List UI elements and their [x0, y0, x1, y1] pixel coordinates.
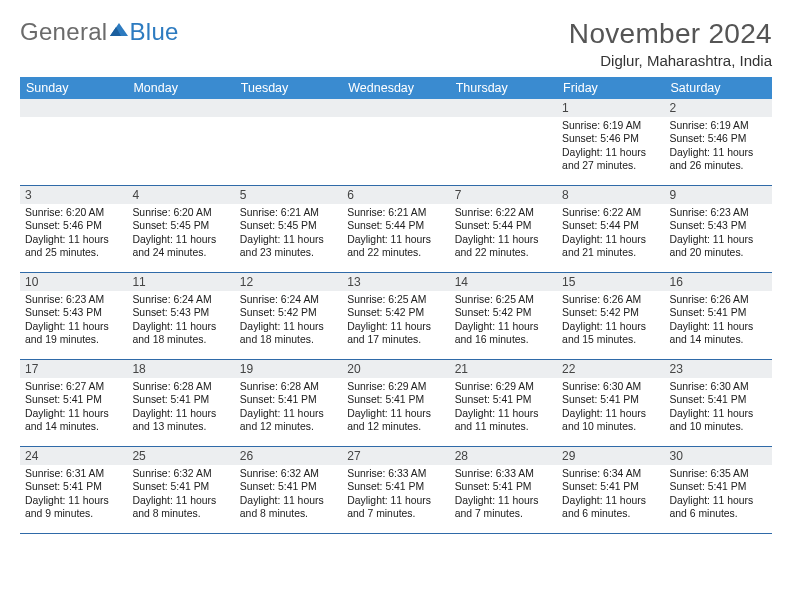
calendar-day-cell: 13Sunrise: 6:25 AMSunset: 5:42 PMDayligh…: [342, 273, 449, 360]
weekday-header: Thursday: [450, 77, 557, 99]
calendar-day-cell: 2Sunrise: 6:19 AMSunset: 5:46 PMDaylight…: [665, 99, 772, 186]
day-info: Sunrise: 6:32 AMSunset: 5:41 PMDaylight:…: [127, 465, 234, 526]
day-info: Sunrise: 6:20 AMSunset: 5:45 PMDaylight:…: [127, 204, 234, 265]
day-number: 15: [557, 273, 664, 291]
calendar-day-cell: 11Sunrise: 6:24 AMSunset: 5:43 PMDayligh…: [127, 273, 234, 360]
day-number: 25: [127, 447, 234, 465]
day-number: 21: [450, 360, 557, 378]
day-number: 11: [127, 273, 234, 291]
day-number: 4: [127, 186, 234, 204]
weekday-header: Sunday: [20, 77, 127, 99]
day-number-empty: [20, 99, 127, 117]
day-number-empty: [342, 99, 449, 117]
calendar-day-cell: 14Sunrise: 6:25 AMSunset: 5:42 PMDayligh…: [450, 273, 557, 360]
weekday-header-row: Sunday Monday Tuesday Wednesday Thursday…: [20, 77, 772, 99]
day-number: 14: [450, 273, 557, 291]
calendar-day-cell: 20Sunrise: 6:29 AMSunset: 5:41 PMDayligh…: [342, 360, 449, 447]
day-number-empty: [450, 99, 557, 117]
calendar-day-cell: 15Sunrise: 6:26 AMSunset: 5:42 PMDayligh…: [557, 273, 664, 360]
day-number: 9: [665, 186, 772, 204]
day-info: Sunrise: 6:28 AMSunset: 5:41 PMDaylight:…: [235, 378, 342, 439]
calendar-table: Sunday Monday Tuesday Wednesday Thursday…: [20, 77, 772, 534]
calendar-week-row: 24Sunrise: 6:31 AMSunset: 5:41 PMDayligh…: [20, 447, 772, 534]
calendar-day-cell: 23Sunrise: 6:30 AMSunset: 5:41 PMDayligh…: [665, 360, 772, 447]
calendar-week-row: 17Sunrise: 6:27 AMSunset: 5:41 PMDayligh…: [20, 360, 772, 447]
day-info: Sunrise: 6:30 AMSunset: 5:41 PMDaylight:…: [557, 378, 664, 439]
calendar-day-cell: 17Sunrise: 6:27 AMSunset: 5:41 PMDayligh…: [20, 360, 127, 447]
calendar-day-cell: [342, 99, 449, 186]
day-number: 16: [665, 273, 772, 291]
day-info: Sunrise: 6:33 AMSunset: 5:41 PMDaylight:…: [450, 465, 557, 526]
day-info: Sunrise: 6:34 AMSunset: 5:41 PMDaylight:…: [557, 465, 664, 526]
day-number: 12: [235, 273, 342, 291]
day-number: 23: [665, 360, 772, 378]
day-info: Sunrise: 6:24 AMSunset: 5:42 PMDaylight:…: [235, 291, 342, 352]
day-info: Sunrise: 6:28 AMSunset: 5:41 PMDaylight:…: [127, 378, 234, 439]
title-block: November 2024 Diglur, Maharashtra, India: [569, 18, 772, 69]
day-info: Sunrise: 6:29 AMSunset: 5:41 PMDaylight:…: [450, 378, 557, 439]
day-info: Sunrise: 6:32 AMSunset: 5:41 PMDaylight:…: [235, 465, 342, 526]
calendar-day-cell: 8Sunrise: 6:22 AMSunset: 5:44 PMDaylight…: [557, 186, 664, 273]
calendar-day-cell: 19Sunrise: 6:28 AMSunset: 5:41 PMDayligh…: [235, 360, 342, 447]
day-number: 22: [557, 360, 664, 378]
logo: General Blue: [20, 18, 179, 46]
day-info: Sunrise: 6:20 AMSunset: 5:46 PMDaylight:…: [20, 204, 127, 265]
calendar-day-cell: 3Sunrise: 6:20 AMSunset: 5:46 PMDaylight…: [20, 186, 127, 273]
calendar-day-cell: [127, 99, 234, 186]
calendar-day-cell: 1Sunrise: 6:19 AMSunset: 5:46 PMDaylight…: [557, 99, 664, 186]
day-info: Sunrise: 6:31 AMSunset: 5:41 PMDaylight:…: [20, 465, 127, 526]
day-info: Sunrise: 6:29 AMSunset: 5:41 PMDaylight:…: [342, 378, 449, 439]
day-number: 3: [20, 186, 127, 204]
weekday-header: Friday: [557, 77, 664, 99]
day-info: Sunrise: 6:30 AMSunset: 5:41 PMDaylight:…: [665, 378, 772, 439]
weekday-header: Saturday: [665, 77, 772, 99]
day-info: Sunrise: 6:33 AMSunset: 5:41 PMDaylight:…: [342, 465, 449, 526]
day-info: Sunrise: 6:21 AMSunset: 5:44 PMDaylight:…: [342, 204, 449, 265]
logo-text-1: General: [20, 18, 107, 46]
day-info: Sunrise: 6:25 AMSunset: 5:42 PMDaylight:…: [450, 291, 557, 352]
day-number: 17: [20, 360, 127, 378]
calendar-day-cell: 29Sunrise: 6:34 AMSunset: 5:41 PMDayligh…: [557, 447, 664, 534]
day-number: 6: [342, 186, 449, 204]
calendar-day-cell: 18Sunrise: 6:28 AMSunset: 5:41 PMDayligh…: [127, 360, 234, 447]
calendar-day-cell: 26Sunrise: 6:32 AMSunset: 5:41 PMDayligh…: [235, 447, 342, 534]
calendar-day-cell: 28Sunrise: 6:33 AMSunset: 5:41 PMDayligh…: [450, 447, 557, 534]
calendar-day-cell: 22Sunrise: 6:30 AMSunset: 5:41 PMDayligh…: [557, 360, 664, 447]
calendar-day-cell: 12Sunrise: 6:24 AMSunset: 5:42 PMDayligh…: [235, 273, 342, 360]
day-number-empty: [127, 99, 234, 117]
day-info: Sunrise: 6:27 AMSunset: 5:41 PMDaylight:…: [20, 378, 127, 439]
calendar-day-cell: [20, 99, 127, 186]
day-info: Sunrise: 6:21 AMSunset: 5:45 PMDaylight:…: [235, 204, 342, 265]
day-info: Sunrise: 6:19 AMSunset: 5:46 PMDaylight:…: [665, 117, 772, 178]
header: General Blue November 2024 Diglur, Mahar…: [20, 18, 772, 69]
day-number: 18: [127, 360, 234, 378]
day-number: 5: [235, 186, 342, 204]
day-info: Sunrise: 6:23 AMSunset: 5:43 PMDaylight:…: [665, 204, 772, 265]
day-info: Sunrise: 6:22 AMSunset: 5:44 PMDaylight:…: [450, 204, 557, 265]
logo-mark-icon: [109, 15, 129, 43]
day-number: 20: [342, 360, 449, 378]
calendar-day-cell: 9Sunrise: 6:23 AMSunset: 5:43 PMDaylight…: [665, 186, 772, 273]
day-number: 26: [235, 447, 342, 465]
day-number: 10: [20, 273, 127, 291]
day-info: Sunrise: 6:24 AMSunset: 5:43 PMDaylight:…: [127, 291, 234, 352]
day-info: Sunrise: 6:22 AMSunset: 5:44 PMDaylight:…: [557, 204, 664, 265]
calendar-day-cell: 24Sunrise: 6:31 AMSunset: 5:41 PMDayligh…: [20, 447, 127, 534]
calendar-day-cell: 27Sunrise: 6:33 AMSunset: 5:41 PMDayligh…: [342, 447, 449, 534]
day-info: Sunrise: 6:25 AMSunset: 5:42 PMDaylight:…: [342, 291, 449, 352]
calendar-day-cell: 7Sunrise: 6:22 AMSunset: 5:44 PMDaylight…: [450, 186, 557, 273]
day-number: 8: [557, 186, 664, 204]
calendar-day-cell: 16Sunrise: 6:26 AMSunset: 5:41 PMDayligh…: [665, 273, 772, 360]
weekday-header: Tuesday: [235, 77, 342, 99]
day-number: 7: [450, 186, 557, 204]
calendar-day-cell: 6Sunrise: 6:21 AMSunset: 5:44 PMDaylight…: [342, 186, 449, 273]
day-info: Sunrise: 6:35 AMSunset: 5:41 PMDaylight:…: [665, 465, 772, 526]
day-info: Sunrise: 6:26 AMSunset: 5:42 PMDaylight:…: [557, 291, 664, 352]
calendar-day-cell: [235, 99, 342, 186]
weekday-header: Wednesday: [342, 77, 449, 99]
calendar-day-cell: 10Sunrise: 6:23 AMSunset: 5:43 PMDayligh…: [20, 273, 127, 360]
day-number: 1: [557, 99, 664, 117]
day-number: 24: [20, 447, 127, 465]
calendar-day-cell: 5Sunrise: 6:21 AMSunset: 5:45 PMDaylight…: [235, 186, 342, 273]
day-number: 29: [557, 447, 664, 465]
